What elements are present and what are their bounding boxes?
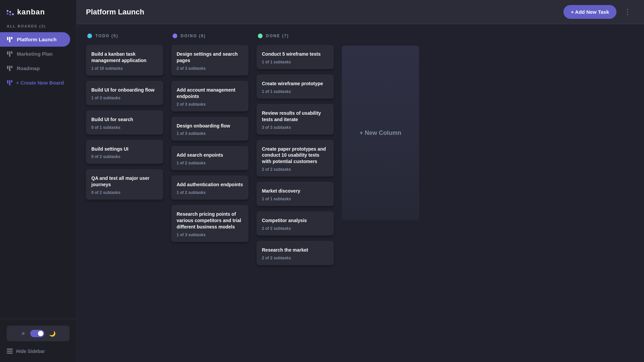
card-done-3[interactable]: Create paper prototypes and conduct 10 u… (257, 140, 334, 177)
card-title: Add account management endpoints (177, 87, 243, 100)
card-subtasks: 1 of 1 subtasks (262, 60, 328, 64)
card-subtasks: 1 of 3 subtasks (177, 131, 243, 136)
board-icon (7, 37, 13, 42)
card-subtasks: 0 of 1 subtasks (91, 125, 158, 130)
card-subtasks: 1 of 2 subtasks (177, 190, 243, 195)
card-doing-3[interactable]: Add search enpoints1 of 2 subtasks (171, 146, 248, 170)
card-title: Market discovery (262, 188, 328, 194)
card-title: Design onboarding flow (177, 123, 243, 129)
card-subtasks: 1 of 10 subtasks (91, 66, 158, 71)
column-todo: TODO (5)Build a kanban task management a… (86, 34, 163, 200)
svg-rect-14 (7, 353, 13, 354)
card-doing-0[interactable]: Design settings and search pages2 of 3 s… (171, 45, 248, 75)
card-subtasks: 1 of 3 subtasks (91, 96, 158, 100)
svg-rect-11 (11, 80, 12, 83)
header: Platform Launch + Add New Task ⋮ (77, 0, 644, 24)
card-subtasks: 0 of 2 subtasks (91, 154, 158, 159)
add-new-task-button[interactable]: + Add New Task (563, 5, 616, 19)
card-doing-2[interactable]: Design onboarding flow1 of 3 subtasks (171, 117, 248, 141)
card-title: Build UI for onboarding flow (91, 87, 158, 93)
kanban-board: TODO (5)Build a kanban task management a… (77, 24, 644, 362)
card-done-6[interactable]: Research the market2 of 2 subtasks (257, 241, 334, 265)
svg-rect-9 (7, 80, 8, 84)
svg-rect-7 (9, 66, 10, 71)
app-logo: kanban (0, 0, 76, 24)
create-new-board-button[interactable]: + Create New Board (0, 75, 76, 90)
sidebar-nav: ALL BOARDS (3) Platform Launch Marketing (0, 24, 76, 319)
card-doing-5[interactable]: Research pricing points of various compe… (171, 205, 248, 242)
column-dot-doing (173, 34, 177, 38)
page-title: Platform Launch (86, 8, 144, 16)
add-board-icon (7, 80, 13, 86)
hide-sidebar-icon (7, 349, 13, 354)
column-header-todo: TODO (5) (86, 34, 163, 38)
card-title: Build settings UI (91, 146, 158, 152)
more-options-button[interactable]: ⋮ (621, 6, 635, 18)
new-column-button[interactable]: + New Column (342, 46, 419, 220)
svg-rect-6 (7, 66, 8, 69)
card-title: Conduct 5 wireframe tests (262, 51, 328, 57)
card-todo-4[interactable]: QA and test all major user journeys0 of … (86, 169, 163, 200)
dark-mode-toggle[interactable] (30, 330, 44, 337)
header-actions: + Add New Task ⋮ (563, 5, 635, 19)
sidebar-bottom: ☀ 🌙 Hide Sidebar (0, 319, 76, 362)
svg-rect-8 (11, 66, 12, 68)
card-subtasks: 1 of 2 subtasks (177, 161, 243, 165)
card-subtasks: 2 of 2 subtasks (262, 226, 328, 231)
card-title: Design settings and search pages (177, 51, 243, 64)
svg-rect-13 (7, 351, 13, 352)
card-todo-0[interactable]: Build a kanban task management applicati… (86, 45, 163, 75)
column-title-done: DONE (7) (266, 34, 289, 38)
board-icon-3 (7, 66, 13, 71)
column-dot-todo (87, 34, 92, 38)
card-title: Add search enpoints (177, 152, 243, 158)
sun-icon: ☀ (21, 330, 26, 337)
card-title: Review results of usability tests and it… (262, 110, 328, 123)
sidebar-item-platform-launch[interactable]: Platform Launch (0, 32, 70, 47)
card-done-4[interactable]: Market discovery1 of 1 subtasks (257, 182, 334, 206)
logo-dot-3 (9, 11, 11, 13)
create-board-label: + Create New Board (16, 80, 64, 86)
card-title: QA and test all major user journeys (91, 175, 158, 188)
card-subtasks: 1 of 1 subtasks (262, 89, 328, 94)
svg-rect-12 (7, 349, 13, 350)
theme-toggle[interactable]: ☀ 🌙 (7, 326, 70, 341)
svg-rect-4 (9, 51, 10, 57)
card-subtasks: 2 of 2 subtasks (262, 167, 328, 172)
column-done: DONE (7)Conduct 5 wireframe tests1 of 1 … (257, 34, 334, 265)
logo-icon (7, 9, 14, 15)
card-doing-4[interactable]: Add authentication endpoints1 of 2 subta… (171, 175, 248, 200)
sidebar-item-roadmap[interactable]: Roadmap (0, 61, 70, 75)
sidebar-item-marketing-plan[interactable]: Marketing Plan (0, 47, 70, 61)
column-header-done: DONE (7) (257, 34, 334, 38)
logo-dot-4 (9, 14, 11, 15)
card-done-5[interactable]: Competitor analysis2 of 2 subtasks (257, 211, 334, 236)
card-todo-1[interactable]: Build UI for onboarding flow1 of 3 subta… (86, 81, 163, 105)
card-todo-2[interactable]: Build UI for search0 of 1 subtasks (86, 110, 163, 135)
sidebar-item-label: Platform Launch (17, 37, 56, 42)
card-title: Build a kanban task management applicati… (91, 51, 158, 64)
card-todo-3[interactable]: Build settings UI0 of 2 subtasks (86, 140, 163, 164)
column-dot-done (258, 34, 263, 38)
sidebar-section-label: ALL BOARDS (3) (0, 24, 76, 32)
svg-rect-1 (9, 37, 10, 42)
hide-sidebar-button[interactable]: Hide Sidebar (7, 347, 70, 355)
card-done-0[interactable]: Conduct 5 wireframe tests1 of 1 subtasks (257, 45, 334, 69)
card-title: Competitor analysis (262, 217, 328, 224)
logo-dot-5 (12, 13, 14, 15)
svg-rect-5 (11, 51, 12, 54)
card-title: Create wireframe prototype (262, 81, 328, 87)
card-title: Add authentication endpoints (177, 182, 243, 188)
card-done-2[interactable]: Review results of usability tests and it… (257, 104, 334, 135)
card-subtasks: 1 of 1 subtasks (262, 197, 328, 201)
card-subtasks: 1 of 3 subtasks (177, 232, 243, 237)
sidebar-item-label-3: Roadmap (17, 65, 40, 71)
column-header-doing: DOING (6) (171, 34, 248, 38)
card-doing-1[interactable]: Add account management endpoints2 of 3 s… (171, 81, 248, 111)
card-subtasks: 2 of 3 subtasks (177, 66, 243, 71)
card-title: Research pricing points of various compe… (177, 211, 243, 230)
card-subtasks: 2 of 3 subtasks (177, 102, 243, 107)
card-done-1[interactable]: Create wireframe prototype1 of 1 subtask… (257, 74, 334, 99)
card-title: Build UI for search (91, 116, 158, 123)
logo-dot-2 (7, 13, 8, 14)
